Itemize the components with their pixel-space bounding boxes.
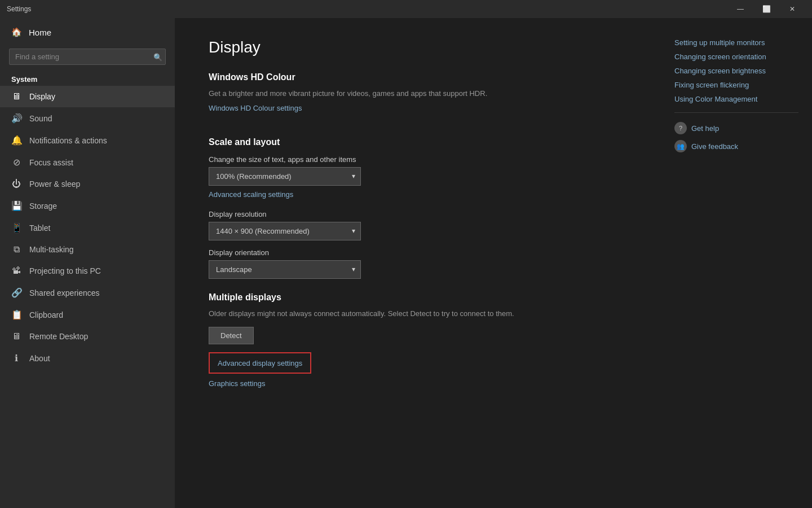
get-help-label: Get help bbox=[691, 124, 719, 133]
display-icon: 🖥 bbox=[11, 91, 21, 102]
sidebar: 🏠 Home 🔍 System 🖥 Display 🔊 Sound 🔔 Noti… bbox=[0, 18, 175, 508]
sidebar-item-label: Projecting to this PC bbox=[29, 266, 101, 275]
sidebar-item-projecting[interactable]: 📽 Projecting to this PC bbox=[0, 260, 175, 282]
sidebar-item-label: Focus assist bbox=[29, 158, 73, 167]
sidebar-item-label: Display bbox=[29, 92, 55, 101]
multitasking-icon: ⧉ bbox=[11, 244, 21, 255]
orientation-field-label: Display orientation bbox=[209, 248, 632, 257]
right-panel: Setting up multiple monitors Changing sc… bbox=[665, 18, 812, 508]
sidebar-item-label: Storage bbox=[29, 202, 57, 211]
hdr-description: Get a brighter and more vibrant picture … bbox=[209, 88, 632, 99]
sidebar-item-label: Tablet bbox=[29, 224, 50, 233]
sidebar-item-label: Shared experiences bbox=[29, 288, 100, 297]
sidebar-item-label: Multi-tasking bbox=[29, 245, 74, 254]
sidebar-item-label: Remote Desktop bbox=[29, 332, 88, 341]
minimize-button[interactable]: — bbox=[727, 0, 753, 18]
sidebar-item-multitasking[interactable]: ⧉ Multi-tasking bbox=[0, 239, 175, 260]
sidebar-item-label: Power & sleep bbox=[29, 179, 80, 189]
right-panel-divider bbox=[674, 112, 798, 113]
titlebar-title: Settings bbox=[7, 5, 31, 13]
give-feedback-link[interactable]: 👥 Give feedback bbox=[674, 140, 798, 152]
remote-icon: 🖥 bbox=[11, 331, 21, 341]
sound-icon: 🔊 bbox=[11, 113, 21, 124]
scale-section-title: Scale and layout bbox=[209, 137, 632, 147]
sidebar-section-label: System bbox=[0, 69, 175, 86]
sidebar-item-tablet[interactable]: 📱 Tablet bbox=[0, 217, 175, 239]
page-title: Display bbox=[209, 38, 632, 56]
search-input[interactable] bbox=[9, 49, 166, 65]
sidebar-item-power[interactable]: ⏻ Power & sleep bbox=[0, 173, 175, 195]
hdr-settings-link[interactable]: Windows HD Colour settings bbox=[209, 104, 302, 112]
right-panel-link-orientation[interactable]: Changing screen orientation bbox=[674, 52, 798, 61]
sidebar-item-about[interactable]: ℹ About bbox=[0, 347, 175, 369]
sidebar-item-label: Clipboard bbox=[29, 310, 63, 319]
close-button[interactable]: ✕ bbox=[779, 0, 805, 18]
power-icon: ⏻ bbox=[11, 179, 21, 189]
multiple-description: Older displays might not always connect … bbox=[209, 308, 632, 319]
sidebar-item-label: Notifications & actions bbox=[29, 136, 107, 145]
search-icon[interactable]: 🔍 bbox=[153, 52, 162, 61]
sidebar-item-notifications[interactable]: 🔔 Notifications & actions bbox=[0, 129, 175, 151]
get-help-link[interactable]: ? Get help bbox=[674, 122, 798, 134]
right-panel-link-color[interactable]: Using Color Management bbox=[674, 95, 798, 103]
app-body: 🏠 Home 🔍 System 🖥 Display 🔊 Sound 🔔 Noti… bbox=[0, 18, 812, 508]
sidebar-item-remote[interactable]: 🖥 Remote Desktop bbox=[0, 326, 175, 347]
main-content: Display Windows HD Colour Get a brighter… bbox=[175, 18, 665, 508]
resolution-dropdown-wrapper: 812 × 508 (Recommended) 1280 × 800 1024… bbox=[209, 222, 361, 240]
sidebar-search: 🔍 bbox=[9, 49, 166, 65]
sidebar-item-clipboard[interactable]: 📋 Clipboard bbox=[0, 304, 175, 326]
notifications-icon: 🔔 bbox=[11, 135, 21, 146]
give-feedback-label: Give feedback bbox=[691, 142, 738, 151]
sidebar-item-focus[interactable]: ⊘ Focus assist bbox=[0, 151, 175, 173]
projecting-icon: 📽 bbox=[11, 266, 21, 276]
resolution-dropdown[interactable]: 812 × 508 (Recommended) 1280 × 800 1024… bbox=[209, 222, 361, 240]
detect-button[interactable]: Detect bbox=[209, 327, 254, 344]
sidebar-item-home[interactable]: 🏠 Home bbox=[0, 18, 175, 46]
tablet-icon: 📱 bbox=[11, 222, 21, 233]
advanced-display-link-box: Advanced display settings bbox=[209, 352, 311, 374]
orientation-dropdown-wrapper: Landscape Portrait Landscape (flipped) P… bbox=[209, 260, 361, 279]
hdr-section-title: Windows HD Colour bbox=[209, 72, 632, 82]
get-help-icon: ? bbox=[674, 122, 687, 134]
sidebar-item-sound[interactable]: 🔊 Sound bbox=[0, 107, 175, 129]
resolution-field-label: Display resolution bbox=[209, 210, 632, 218]
right-panel-link-monitors[interactable]: Setting up multiple monitors bbox=[674, 38, 798, 47]
storage-icon: 💾 bbox=[11, 200, 21, 211]
size-dropdown[interactable]: 100% (Recommended) 125% 150% 175% bbox=[209, 167, 361, 186]
about-icon: ℹ bbox=[11, 353, 21, 364]
advanced-scaling-link[interactable]: Advanced scaling settings bbox=[209, 190, 293, 199]
right-panel-link-brightness[interactable]: Changing screen brightness bbox=[674, 67, 798, 75]
clipboard-icon: 📋 bbox=[11, 309, 21, 320]
home-icon: 🏠 bbox=[11, 27, 22, 37]
size-dropdown-wrapper: 100% (Recommended) 125% 150% 175% ▾ bbox=[209, 167, 361, 186]
maximize-button[interactable]: ⬜ bbox=[753, 0, 779, 18]
sidebar-item-label: Sound bbox=[29, 114, 52, 123]
right-panel-link-flickering[interactable]: Fixing screen flickering bbox=[674, 81, 798, 89]
feedback-icon: 👥 bbox=[674, 140, 687, 152]
sidebar-item-shared[interactable]: 🔗 Shared experiences bbox=[0, 282, 175, 304]
orientation-dropdown[interactable]: Landscape Portrait Landscape (flipped) P… bbox=[209, 260, 361, 279]
focus-icon: ⊘ bbox=[11, 157, 21, 168]
sidebar-item-storage[interactable]: 💾 Storage bbox=[0, 195, 175, 217]
graphics-settings-link[interactable]: Graphics settings bbox=[209, 379, 265, 388]
multiple-section-title: Multiple displays bbox=[209, 292, 632, 303]
shared-icon: 🔗 bbox=[11, 287, 21, 298]
titlebar-controls: — ⬜ ✕ bbox=[727, 0, 805, 18]
sidebar-home-label: Home bbox=[29, 28, 51, 37]
sidebar-item-label: About bbox=[29, 354, 50, 363]
advanced-display-link[interactable]: Advanced display settings bbox=[218, 359, 302, 367]
titlebar: Settings — ⬜ ✕ bbox=[0, 0, 812, 18]
sidebar-item-display[interactable]: 🖥 Display bbox=[0, 86, 175, 107]
size-field-label: Change the size of text, apps and other … bbox=[209, 155, 632, 164]
